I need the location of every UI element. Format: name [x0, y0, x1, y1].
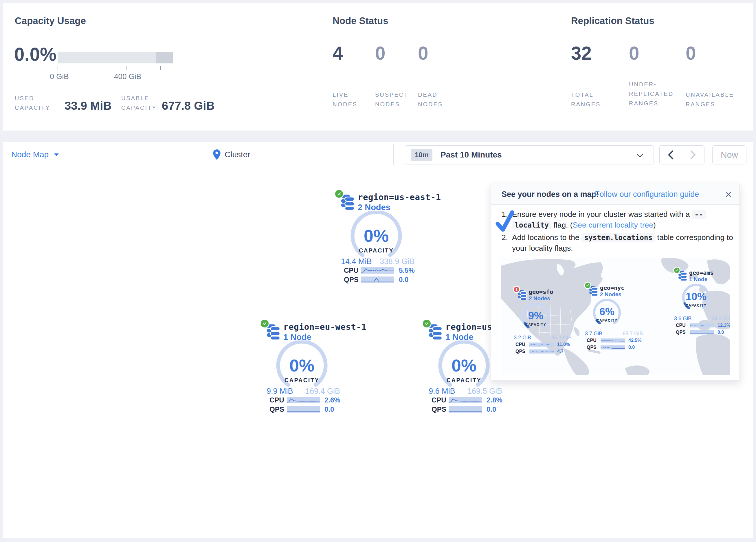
- used-capacity: 14.4 MiB: [341, 257, 372, 266]
- qps-sparkline: [529, 350, 554, 354]
- total-capacity: 169.5 GiB: [467, 387, 502, 396]
- popup-title: See your nodes on a map!: [502, 184, 599, 204]
- region-node-eu-west-1[interactable]: region=eu-west-1 1 Node 0% CAPACITY 9.9 …: [258, 318, 348, 416]
- now-button-label: Now: [721, 150, 738, 160]
- axis-tick-label: 400 GiB: [114, 72, 141, 81]
- total-capacity: 35.1 GiB: [551, 335, 572, 341]
- total-ranges-value: 32: [571, 43, 592, 64]
- capacity-gauge: 6% CAPACITY: [590, 298, 624, 330]
- locality-tree-link[interactable]: See current locality tree: [573, 220, 653, 229]
- close-icon[interactable]: [725, 191, 732, 198]
- nodes-on-map-popup: See your nodes on a map! Follow our conf…: [491, 184, 740, 381]
- time-range-chip: 10m: [411, 149, 432, 161]
- under-replicated-ranges-value: 0: [629, 43, 639, 64]
- qps-sparkline: [287, 406, 320, 413]
- world-map-preview: 1 geo=sfo 2 Nodes 9% CAPACITY: [501, 258, 730, 375]
- warning-status-icon: 1: [514, 287, 519, 292]
- configuration-guide-link[interactable]: Follow our configuration guide: [595, 184, 699, 204]
- step-1: 1. Ensure every node in your cluster was…: [502, 209, 733, 230]
- cpu-label: CPU: [344, 266, 359, 275]
- capacity-caption: CAPACITY: [435, 377, 493, 384]
- step-text: your locality flags.: [512, 244, 573, 252]
- database-icon: [678, 270, 688, 281]
- axis-tick: [92, 66, 92, 70]
- healthy-status-icon: [261, 320, 269, 328]
- qps-label: QPS: [587, 345, 599, 350]
- chevron-left-icon: [667, 150, 674, 160]
- under-replicated-ranges-label: UNDER-REPLICATED RANGES: [629, 80, 681, 108]
- time-step-back-button[interactable]: [660, 146, 682, 164]
- code-chip: locality: [512, 220, 551, 229]
- dead-nodes-value: 0: [418, 43, 428, 64]
- toolbar-divider: [393, 144, 394, 165]
- capacity-usage-bar: [58, 52, 173, 63]
- view-selector-dropdown[interactable]: Node Map: [11, 142, 59, 167]
- qps-sparkline: [449, 406, 482, 413]
- total-capacity: 34.4 GiB: [712, 316, 730, 322]
- usable-capacity-value: 677.8 GiB: [162, 99, 214, 112]
- step-2: 2. Add locations to the system.locations…: [502, 232, 733, 253]
- time-step-forward-button[interactable]: [682, 146, 704, 164]
- capacity-percent: 10%: [679, 291, 713, 303]
- unavailable-ranges-value: 0: [686, 43, 696, 64]
- capacity-gauge: 10% CAPACITY: [679, 283, 713, 315]
- qps-value: 0.0: [487, 405, 496, 414]
- time-range-select[interactable]: 10m Past 10 Minutes: [405, 145, 654, 164]
- warning-count: 1: [515, 288, 518, 292]
- capacity-usage-percent: 0.0%: [14, 44, 56, 65]
- cpu-sparkline: [449, 397, 482, 403]
- time-range-label: Past 10 Minutes: [441, 150, 502, 159]
- total-capacity: 338.9 GiB: [380, 257, 414, 266]
- cpu-sparkline: [601, 339, 625, 343]
- used-capacity-value: 33.9 MiB: [65, 99, 111, 112]
- configuration-steps: 1. Ensure every node in your cluster was…: [502, 209, 733, 255]
- used-capacity-label: USED CAPACITY: [15, 93, 64, 113]
- qps-value: 4.7: [557, 349, 564, 354]
- healthy-status-icon: [674, 267, 680, 273]
- total-ranges-label: TOTAL RANGES: [571, 90, 612, 109]
- capacity-percent: 0%: [347, 226, 405, 246]
- capacity-caption: CAPACITY: [347, 247, 405, 254]
- region-node-us-east-1[interactable]: region=us-east-1 2 Nodes 0% CAPACITY 14.…: [333, 188, 423, 287]
- location-pin-icon: [213, 149, 221, 160]
- map-node-geo-sfo[interactable]: 1 geo=sfo 2 Nodes 9% CAPACITY: [514, 286, 573, 356]
- capacity-percent: 0%: [435, 356, 493, 376]
- database-icon: [265, 324, 282, 340]
- step-text: flag. (: [553, 220, 572, 229]
- cpu-sparkline: [690, 324, 714, 328]
- step-text: Add locations to the: [512, 233, 579, 242]
- region-label: region=us-east-1: [358, 192, 441, 202]
- map-toolbar: Node Map Cluster 10m Past 10 Minutes: [3, 142, 753, 167]
- unavailable-ranges-label: UNAVAILABLE RANGES: [686, 90, 741, 109]
- cpu-label: CPU: [269, 396, 285, 404]
- region-label: region=eu-west-1: [283, 322, 366, 332]
- map-node-geo-ams[interactable]: geo=ams 1 Node 10% CAPACITY 3.6 GiB 34.4…: [674, 267, 730, 337]
- used-capacity: 3.7 GiB: [585, 331, 602, 337]
- qps-label: QPS: [432, 405, 447, 414]
- qps-label: QPS: [269, 405, 285, 414]
- view-selector-label: Node Map: [11, 150, 49, 159]
- suspect-nodes-value: 0: [375, 43, 386, 64]
- nodes-count-link[interactable]: 2 Nodes: [600, 291, 621, 298]
- popup-header: See your nodes on a map! Follow our conf…: [491, 184, 740, 205]
- capacity-caption: CAPACITY: [590, 319, 624, 323]
- map-node-geo-nyc[interactable]: geo=nyc 2 Nodes 6% CAPACITY 3.7 GiB 65.7…: [585, 282, 644, 352]
- nodes-count-link[interactable]: 2 Nodes: [529, 295, 550, 302]
- node-map-canvas: region=us-east-1 2 Nodes 0% CAPACITY 14.…: [3, 167, 753, 538]
- now-button[interactable]: Now: [712, 145, 746, 164]
- nodes-count-link[interactable]: 1 Node: [689, 276, 707, 283]
- total-capacity: 65.7 GiB: [623, 331, 643, 337]
- breadcrumb-label: Cluster: [225, 150, 250, 159]
- blue-check-icon: [494, 209, 517, 235]
- cpu-value: 42.5%: [628, 338, 641, 343]
- total-capacity: 169.4 GiB: [305, 387, 340, 396]
- cpu-sparkline: [361, 267, 394, 274]
- cpu-value: 12.3%: [718, 323, 730, 328]
- capacity-caption: CAPACITY: [518, 323, 553, 327]
- cpu-value: 2.6%: [324, 396, 340, 404]
- used-capacity: 3.6 GiB: [674, 316, 691, 322]
- used-capacity: 9.6 MiB: [429, 387, 455, 396]
- capacity-percent: 0%: [273, 356, 331, 376]
- capacity-percent: 6%: [590, 306, 624, 318]
- breadcrumb-cluster[interactable]: Cluster: [213, 142, 250, 167]
